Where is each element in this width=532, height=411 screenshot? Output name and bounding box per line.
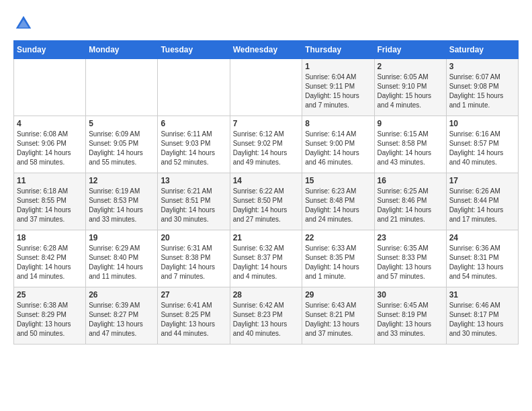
day-cell: 5Sunrise: 6:09 AM Sunset: 9:05 PM Daylig… (86, 116, 158, 173)
day-cell: 4Sunrise: 6:08 AM Sunset: 9:06 PM Daylig… (14, 116, 86, 173)
day-cell (230, 59, 302, 116)
week-row-2: 4Sunrise: 6:08 AM Sunset: 9:06 PM Daylig… (14, 116, 519, 173)
day-cell (158, 59, 230, 116)
day-number: 16 (378, 176, 443, 185)
day-cell: 20Sunrise: 6:31 AM Sunset: 8:38 PM Dayli… (158, 230, 230, 287)
day-cell: 9Sunrise: 6:15 AM Sunset: 8:58 PM Daylig… (374, 116, 446, 173)
day-cell: 24Sunrise: 6:36 AM Sunset: 8:31 PM Dayli… (446, 230, 518, 287)
day-number: 24 (449, 233, 515, 242)
day-cell: 3Sunrise: 6:07 AM Sunset: 9:08 PM Daylig… (446, 59, 518, 116)
week-row-3: 11Sunrise: 6:18 AM Sunset: 8:55 PM Dayli… (14, 173, 519, 230)
day-number: 7 (233, 119, 300, 128)
day-info: Sunrise: 6:31 AM Sunset: 8:38 PM Dayligh… (161, 244, 226, 281)
day-info: Sunrise: 6:46 AM Sunset: 8:17 PM Dayligh… (449, 301, 515, 338)
day-cell: 27Sunrise: 6:41 AM Sunset: 8:25 PM Dayli… (158, 287, 230, 345)
day-cell: 18Sunrise: 6:28 AM Sunset: 8:42 PM Dayli… (14, 230, 86, 287)
day-number: 13 (161, 176, 226, 185)
day-cell: 12Sunrise: 6:19 AM Sunset: 8:53 PM Dayli… (86, 173, 158, 230)
week-row-5: 25Sunrise: 6:38 AM Sunset: 8:29 PM Dayli… (14, 287, 519, 345)
day-number: 25 (17, 290, 83, 300)
calendar-table: SundayMondayTuesdayWednesdayThursdayFrid… (13, 40, 519, 345)
day-cell: 14Sunrise: 6:22 AM Sunset: 8:50 PM Dayli… (230, 173, 302, 230)
day-cell (86, 59, 158, 116)
day-cell: 8Sunrise: 6:14 AM Sunset: 9:00 PM Daylig… (302, 116, 374, 173)
week-row-1: 1Sunrise: 6:04 AM Sunset: 9:11 PM Daylig… (14, 59, 519, 116)
day-number: 1 (305, 62, 371, 71)
day-info: Sunrise: 6:32 AM Sunset: 8:37 PM Dayligh… (233, 244, 300, 281)
logo-icon (13, 13, 34, 34)
day-number: 18 (17, 233, 83, 242)
day-info: Sunrise: 6:43 AM Sunset: 8:21 PM Dayligh… (305, 301, 371, 338)
day-number: 19 (89, 233, 154, 242)
day-info: Sunrise: 6:42 AM Sunset: 8:23 PM Dayligh… (233, 301, 300, 338)
day-cell: 16Sunrise: 6:25 AM Sunset: 8:46 PM Dayli… (374, 173, 446, 230)
day-info: Sunrise: 6:05 AM Sunset: 9:10 PM Dayligh… (378, 73, 443, 110)
day-info: Sunrise: 6:21 AM Sunset: 8:51 PM Dayligh… (161, 187, 226, 224)
day-info: Sunrise: 6:41 AM Sunset: 8:25 PM Dayligh… (161, 301, 226, 338)
day-number: 14 (233, 176, 300, 185)
header-monday: Monday (86, 41, 158, 59)
day-info: Sunrise: 6:26 AM Sunset: 8:44 PM Dayligh… (449, 187, 515, 224)
day-info: Sunrise: 6:36 AM Sunset: 8:31 PM Dayligh… (449, 244, 515, 281)
day-cell: 30Sunrise: 6:45 AM Sunset: 8:19 PM Dayli… (374, 287, 446, 345)
day-info: Sunrise: 6:07 AM Sunset: 9:08 PM Dayligh… (449, 73, 515, 110)
day-number: 21 (233, 233, 300, 242)
day-info: Sunrise: 6:45 AM Sunset: 8:19 PM Dayligh… (378, 301, 443, 338)
day-info: Sunrise: 6:33 AM Sunset: 8:35 PM Dayligh… (305, 244, 371, 281)
day-cell: 11Sunrise: 6:18 AM Sunset: 8:55 PM Dayli… (14, 173, 86, 230)
day-number: 30 (378, 290, 443, 300)
day-info: Sunrise: 6:18 AM Sunset: 8:55 PM Dayligh… (17, 187, 83, 224)
header-thursday: Thursday (302, 41, 374, 59)
day-info: Sunrise: 6:22 AM Sunset: 8:50 PM Dayligh… (233, 187, 300, 224)
day-number: 17 (449, 176, 515, 185)
header-row: SundayMondayTuesdayWednesdayThursdayFrid… (14, 41, 519, 59)
day-cell: 17Sunrise: 6:26 AM Sunset: 8:44 PM Dayli… (446, 173, 518, 230)
page-header (13, 13, 519, 34)
day-cell: 22Sunrise: 6:33 AM Sunset: 8:35 PM Dayli… (302, 230, 374, 287)
day-info: Sunrise: 6:11 AM Sunset: 9:03 PM Dayligh… (161, 130, 226, 167)
day-info: Sunrise: 6:29 AM Sunset: 8:40 PM Dayligh… (89, 244, 154, 281)
day-number: 15 (305, 176, 371, 185)
day-info: Sunrise: 6:28 AM Sunset: 8:42 PM Dayligh… (17, 244, 83, 281)
day-info: Sunrise: 6:39 AM Sunset: 8:27 PM Dayligh… (89, 301, 154, 338)
day-cell: 21Sunrise: 6:32 AM Sunset: 8:37 PM Dayli… (230, 230, 302, 287)
day-number: 26 (89, 290, 154, 300)
day-number: 22 (305, 233, 371, 242)
day-number: 2 (378, 62, 443, 71)
day-cell: 7Sunrise: 6:12 AM Sunset: 9:02 PM Daylig… (230, 116, 302, 173)
day-number: 28 (233, 290, 300, 300)
day-number: 10 (449, 119, 515, 128)
day-info: Sunrise: 6:25 AM Sunset: 8:46 PM Dayligh… (378, 187, 443, 224)
day-info: Sunrise: 6:23 AM Sunset: 8:48 PM Dayligh… (305, 187, 371, 224)
day-cell: 26Sunrise: 6:39 AM Sunset: 8:27 PM Dayli… (86, 287, 158, 345)
day-number: 6 (161, 119, 226, 128)
day-info: Sunrise: 6:04 AM Sunset: 9:11 PM Dayligh… (305, 73, 371, 110)
day-cell: 29Sunrise: 6:43 AM Sunset: 8:21 PM Dayli… (302, 287, 374, 345)
day-info: Sunrise: 6:08 AM Sunset: 9:06 PM Dayligh… (17, 130, 83, 167)
day-cell: 28Sunrise: 6:42 AM Sunset: 8:23 PM Dayli… (230, 287, 302, 345)
day-number: 11 (17, 176, 83, 185)
day-number: 4 (17, 119, 83, 128)
day-cell: 13Sunrise: 6:21 AM Sunset: 8:51 PM Dayli… (158, 173, 230, 230)
day-info: Sunrise: 6:15 AM Sunset: 8:58 PM Dayligh… (378, 130, 443, 167)
header-friday: Friday (374, 41, 446, 59)
day-info: Sunrise: 6:35 AM Sunset: 8:33 PM Dayligh… (378, 244, 443, 281)
week-row-4: 18Sunrise: 6:28 AM Sunset: 8:42 PM Dayli… (14, 230, 519, 287)
day-cell: 1Sunrise: 6:04 AM Sunset: 9:11 PM Daylig… (302, 59, 374, 116)
day-number: 29 (305, 290, 371, 300)
day-info: Sunrise: 6:12 AM Sunset: 9:02 PM Dayligh… (233, 130, 300, 167)
header-tuesday: Tuesday (158, 41, 230, 59)
day-cell: 2Sunrise: 6:05 AM Sunset: 9:10 PM Daylig… (374, 59, 446, 116)
day-info: Sunrise: 6:38 AM Sunset: 8:29 PM Dayligh… (17, 301, 83, 338)
logo (13, 13, 36, 34)
day-number: 20 (161, 233, 226, 242)
day-cell: 10Sunrise: 6:16 AM Sunset: 8:57 PM Dayli… (446, 116, 518, 173)
day-cell: 31Sunrise: 6:46 AM Sunset: 8:17 PM Dayli… (446, 287, 518, 345)
day-cell: 6Sunrise: 6:11 AM Sunset: 9:03 PM Daylig… (158, 116, 230, 173)
header-sunday: Sunday (14, 41, 86, 59)
day-info: Sunrise: 6:19 AM Sunset: 8:53 PM Dayligh… (89, 187, 154, 224)
day-cell: 25Sunrise: 6:38 AM Sunset: 8:29 PM Dayli… (14, 287, 86, 345)
day-number: 23 (378, 233, 443, 242)
day-number: 5 (89, 119, 154, 128)
day-number: 27 (161, 290, 226, 300)
